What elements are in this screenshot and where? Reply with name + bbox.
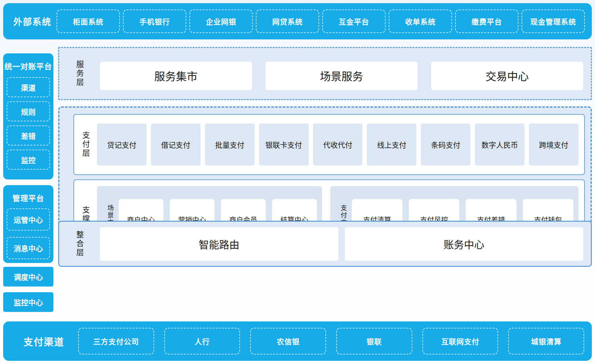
payment-channel-item: 银联 — [336, 328, 412, 354]
payment-item: 银联卡支付 — [259, 124, 309, 165]
service-item: 交易中心 — [431, 62, 583, 90]
reconciliation-platform-items: 渠道 规则 差错 监控 — [7, 77, 50, 170]
integration-layer-label-wrap: 整合层 — [59, 222, 100, 266]
external-systems-items: 柜面系统 手机银行 企业网银 网贷系统 互金平台 收单系统 缴费平台 现金管理系… — [57, 10, 592, 33]
payment-layer: 支付层 贷记支付 借记支付 批量支付 银联卡支付 代收代付 线上支付 条码支付 — [73, 114, 585, 175]
external-system-item: 手机银行 — [123, 10, 186, 33]
external-system-item: 收单系统 — [389, 10, 452, 33]
payment-channel-item: 人行 — [164, 328, 240, 354]
payment-item: 贷记支付 — [97, 124, 147, 165]
integration-item: 智能路由 — [100, 227, 339, 261]
integration-layer-items: 智能路由 账务中心 — [100, 222, 591, 266]
payment-item: 线上支付 — [367, 124, 416, 165]
service-layer-items: 服务集市 场景服务 交易中心 — [100, 48, 591, 99]
payment-channel-item: 互联网支付 — [422, 328, 498, 354]
management-platform-items: 运管中心 消息中心 — [7, 208, 50, 259]
payment-layer-label-wrap: 支付层 — [74, 115, 97, 174]
external-system-item: 企业网银 — [189, 10, 253, 33]
service-layer-label: 服务层 — [74, 60, 85, 87]
payment-channel-item: 三方支付公司 — [78, 328, 154, 354]
management-item: 消息中心 — [7, 237, 50, 259]
payment-item: 数字人民币 — [475, 124, 524, 165]
payment-channels-label: 支付渠道 — [3, 334, 78, 348]
management-platform-panel: 管理平台 运管中心 消息中心 — [3, 185, 53, 263]
integration-item: 账务中心 — [345, 227, 584, 261]
payment-item: 跨境支付 — [529, 124, 578, 165]
service-layer-label-wrap: 服务层 — [59, 48, 100, 99]
external-system-item: 缴费平台 — [455, 10, 518, 33]
external-system-item: 网贷系统 — [256, 10, 319, 33]
payment-item: 代收代付 — [313, 124, 363, 165]
reconciliation-platform-panel: 统一对账平台 渠道 规则 差错 监控 — [3, 53, 53, 179]
service-item: 场景服务 — [265, 62, 418, 90]
reconciliation-item: 监控 — [7, 150, 50, 170]
reconciliation-item: 差错 — [7, 125, 50, 145]
management-platform-title: 管理平台 — [3, 192, 53, 203]
service-item: 服务集市 — [100, 62, 252, 90]
external-system-item: 柜面系统 — [57, 10, 120, 33]
reconciliation-item: 渠道 — [7, 77, 50, 97]
reconciliation-item: 规则 — [7, 101, 50, 121]
integration-layer-label: 整合层 — [74, 231, 85, 257]
payment-channels-items: 三方支付公司 人行 农信银 银联 互联网支付 城银清算 — [78, 328, 592, 354]
external-system-item: 现金管理系统 — [522, 10, 585, 33]
external-systems-bar: 外部系统 柜面系统 手机银行 企业网银 网贷系统 互金平台 收单系统 缴费平台 … — [3, 3, 592, 39]
management-item: 运管中心 — [7, 208, 50, 231]
payment-item: 借记支付 — [151, 124, 201, 165]
payment-layer-label: 支付层 — [80, 131, 91, 158]
service-layer: 服务层 服务集市 场景服务 交易中心 — [58, 47, 592, 100]
external-system-item: 互金平台 — [322, 10, 386, 33]
monitor-center-box: 监控中心 — [3, 292, 53, 312]
reconciliation-platform-title: 统一对账平台 — [3, 60, 53, 71]
payment-item: 批量支付 — [205, 124, 255, 165]
payment-channels-bar: 支付渠道 三方支付公司 人行 农信银 银联 互联网支付 城银清算 — [3, 321, 592, 361]
payment-channel-item: 农信银 — [250, 328, 326, 354]
integration-layer: 整合层 智能路由 账务中心 — [58, 221, 592, 267]
payment-channel-item: 城银清算 — [508, 328, 584, 354]
external-systems-label: 外部系统 — [3, 15, 57, 28]
payment-layer-items: 贷记支付 借记支付 批量支付 银联卡支付 代收代付 线上支付 条码支付 数字人民… — [97, 115, 584, 174]
dispatch-center-box: 调度中心 — [3, 267, 53, 286]
payment-item: 条码支付 — [421, 124, 470, 165]
payment-architecture-diagram: 外部系统 柜面系统 手机银行 企业网银 网贷系统 互金平台 收单系统 缴费平台 … — [0, 0, 595, 364]
